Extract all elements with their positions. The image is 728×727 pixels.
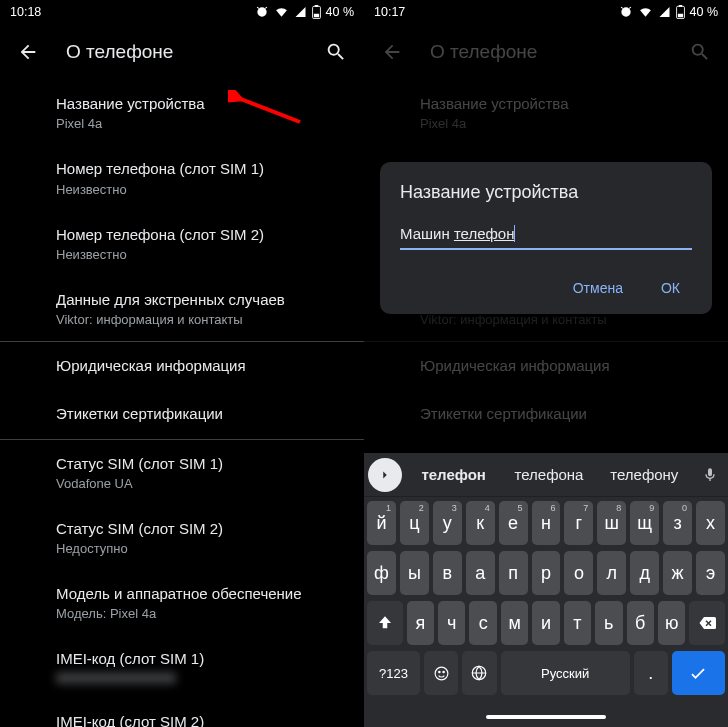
svg-point-7 [435,667,448,680]
status-bar: 10:17 40 % [364,0,728,24]
key-ы[interactable]: ы [400,551,429,595]
item-model[interactable]: Модель и аппаратное обеспечение Модель: … [0,570,364,635]
svg-rect-2 [313,14,318,18]
key-й[interactable]: й1 [367,501,396,545]
item-phone-sim2[interactable]: Номер телефона (слот SIM 2) Неизвестно [0,211,364,276]
wifi-icon [638,6,653,18]
key-н[interactable]: н6 [532,501,561,545]
enter-key[interactable] [672,651,725,695]
key-л[interactable]: л [597,551,626,595]
key-ь[interactable]: ь [595,601,622,645]
battery-pct: 40 % [690,5,719,19]
emoji-key[interactable] [424,651,458,695]
backspace-icon [697,614,717,632]
svg-point-9 [443,671,444,672]
wifi-icon [274,6,289,18]
item-emergency[interactable]: Данные для экстренных случаев Viktor: ин… [0,276,364,341]
app-bar: О телефоне [0,24,364,80]
backspace-key[interactable] [689,601,725,645]
phone-right: 10:17 40 % О телефоне Название устройств… [364,0,728,727]
status-bar: 10:18 40 % [0,0,364,24]
key-т[interactable]: т [564,601,591,645]
key-а[interactable]: а [466,551,495,595]
key-ш[interactable]: ш8 [597,501,626,545]
key-б[interactable]: б [627,601,654,645]
voice-input-button[interactable] [692,467,728,483]
alarm-icon [255,5,269,19]
gesture-nav-bar [364,707,728,727]
keyboard: телефон телефона телефону й1ц2у3к4е5н6г7… [364,453,728,727]
key-г[interactable]: г7 [564,501,593,545]
item-imei2[interactable]: IMEI-код (слот SIM 2) [0,698,364,728]
key-о[interactable]: о [564,551,593,595]
item-legal[interactable]: Юридическая информация [0,342,364,390]
period-key[interactable]: . [634,651,668,695]
rename-dialog: Название устройства Машин телефон​ Отмен… [380,162,712,314]
signal-icon [294,6,307,18]
language-key[interactable] [462,651,496,695]
symbols-key[interactable]: ?123 [367,651,420,695]
battery-pct: 40 % [326,5,355,19]
arrow-back-icon [17,41,39,63]
key-ч[interactable]: ч [438,601,465,645]
status-clock: 10:18 [10,5,41,19]
key-ж[interactable]: ж [663,551,692,595]
check-icon [688,663,708,683]
chevron-right-icon [378,468,392,482]
suggestion-2[interactable]: телефона [501,466,596,483]
key-у[interactable]: у3 [433,501,462,545]
key-я[interactable]: я [407,601,434,645]
key-с[interactable]: с [469,601,496,645]
svg-point-8 [438,671,439,672]
item-sim1-status[interactable]: Статус SIM (слот SIM 1) Vodafone UA [0,440,364,505]
item-phone-sim1[interactable]: Номер телефона (слот SIM 1) Неизвестно [0,145,364,210]
svg-rect-5 [678,5,682,7]
space-key[interactable]: Русский [501,651,630,695]
settings-list: Название устройства Pixel 4a Номер телеф… [0,80,364,727]
key-р[interactable]: р [532,551,561,595]
page-title: О телефоне [66,41,298,63]
key-х[interactable]: х [696,501,725,545]
key-п[interactable]: п [499,551,528,595]
key-ц[interactable]: ц2 [400,501,429,545]
item-device-name[interactable]: Название устройства Pixel 4a [0,80,364,145]
item-imei1[interactable]: IMEI-код (слот SIM 1) [0,635,364,697]
battery-icon [312,5,321,19]
key-д[interactable]: д [630,551,659,595]
shift-icon [376,614,394,632]
search-button[interactable] [316,32,356,72]
emoji-icon [433,665,450,682]
shift-key[interactable] [367,601,403,645]
svg-rect-1 [314,5,318,7]
cancel-button[interactable]: Отмена [567,272,629,304]
signal-icon [658,6,671,18]
key-е[interactable]: е5 [499,501,528,545]
device-name-input[interactable]: Машин телефон​ [400,221,692,250]
key-и[interactable]: и [532,601,559,645]
key-м[interactable]: м [501,601,528,645]
collapse-suggestions-button[interactable] [368,458,402,492]
phone-left: 10:18 40 % О телефоне Название устройств… [0,0,364,727]
search-icon [325,41,347,63]
item-cert-labels[interactable]: Этикетки сертификации [0,390,364,438]
mic-icon [702,467,718,483]
key-з[interactable]: з0 [663,501,692,545]
key-ю[interactable]: ю [658,601,685,645]
ok-button[interactable]: ОК [655,272,686,304]
key-ф[interactable]: ф [367,551,396,595]
key-э[interactable]: э [696,551,725,595]
key-в[interactable]: в [433,551,462,595]
key-к[interactable]: к4 [466,501,495,545]
svg-rect-6 [677,14,682,18]
status-clock: 10:17 [374,5,405,19]
dialog-title: Название устройства [400,182,692,203]
globe-icon [470,664,488,682]
alarm-icon [619,5,633,19]
battery-icon [676,5,685,19]
item-sim2-status[interactable]: Статус SIM (слот SIM 2) Недоступно [0,505,364,570]
suggestion-1[interactable]: телефон [406,466,501,483]
suggestion-3[interactable]: телефону [597,466,692,483]
back-button[interactable] [8,32,48,72]
key-щ[interactable]: щ9 [630,501,659,545]
